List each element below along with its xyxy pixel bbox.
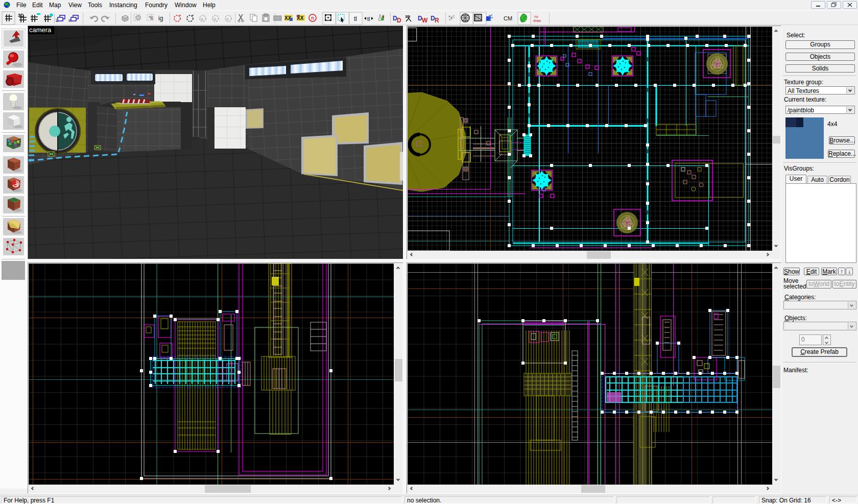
svg-text:draw: draw (533, 19, 541, 22)
svg-text:tl: tl (354, 15, 357, 22)
svg-text:a: a (201, 16, 203, 21)
svg-text:3D: 3D (18, 13, 24, 18)
svg-text:R: R (435, 17, 439, 24)
svg-text:ig: ig (158, 15, 163, 22)
svg-text:a: a (213, 16, 216, 21)
svg-text:tl: tl (367, 16, 370, 22)
svg-text:3D: 3D (405, 14, 410, 19)
svg-text:D: D (397, 17, 401, 24)
svg-text:W: W (422, 17, 428, 24)
svg-text:camera: camera (29, 26, 52, 34)
svg-text:L: L (56, 18, 58, 23)
svg-text:e: e (226, 16, 229, 21)
svg-text:CM: CM (504, 15, 512, 21)
svg-text:R: R (311, 16, 315, 21)
svg-text:no: no (534, 15, 538, 18)
svg-text:s: s (68, 18, 71, 23)
